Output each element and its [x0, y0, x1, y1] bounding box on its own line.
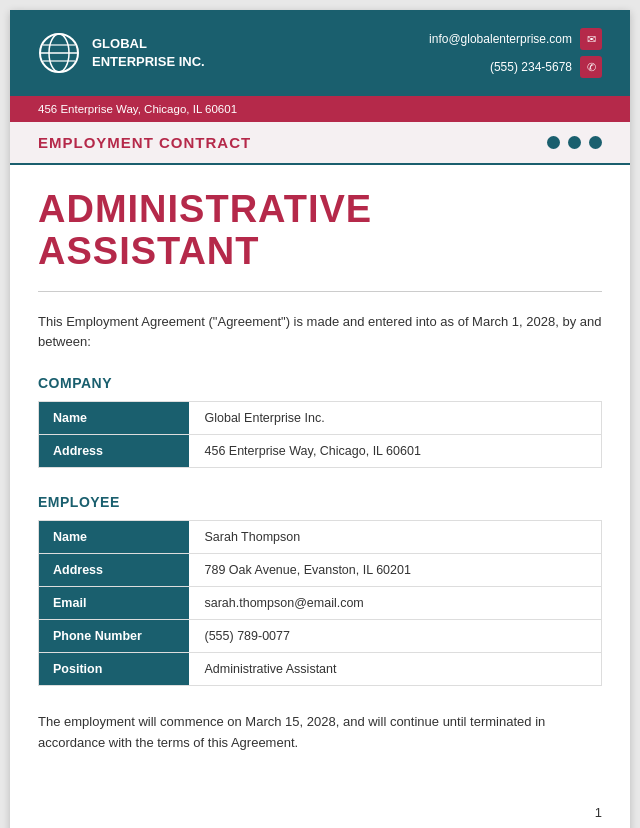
field-value: sarah.thompson@email.com	[189, 587, 602, 620]
globe-icon	[38, 32, 80, 74]
address-bar: 456 Enterprise Way, Chicago, IL 60601	[10, 96, 630, 122]
dot-2	[568, 136, 581, 149]
agreement-intro: This Employment Agreement ("Agreement") …	[38, 312, 602, 354]
field-label: Phone Number	[39, 620, 189, 653]
dots-decoration	[547, 136, 602, 149]
doc-header-band: EMPLOYMENT CONTRACT	[10, 122, 630, 165]
table-row: Phone Number (555) 789-0077	[39, 620, 602, 653]
footer-paragraph: The employment will commence on March 15…	[38, 712, 602, 754]
phone-text: (555) 234-5678	[490, 60, 572, 74]
email-row: info@globalenterprise.com ✉	[429, 28, 602, 50]
contact-area: info@globalenterprise.com ✉ (555) 234-56…	[429, 28, 602, 78]
field-value: Administrative Assistant	[189, 653, 602, 686]
table-row: Address 789 Oak Avenue, Evanston, IL 602…	[39, 554, 602, 587]
company-address: 456 Enterprise Way, Chicago, IL 60601	[38, 103, 237, 115]
phone-icon: ✆	[580, 56, 602, 78]
field-label: Name	[39, 521, 189, 554]
dot-3	[589, 136, 602, 149]
employee-table: Name Sarah ThompsonAddress 789 Oak Avenu…	[38, 520, 602, 686]
field-value: 789 Oak Avenue, Evanston, IL 60201	[189, 554, 602, 587]
company-table: Name Global Enterprise Inc.Address 456 E…	[38, 401, 602, 468]
email-text: info@globalenterprise.com	[429, 32, 572, 46]
table-row: Address 456 Enterprise Way, Chicago, IL …	[39, 435, 602, 468]
email-icon: ✉	[580, 28, 602, 50]
doc-type-label: EMPLOYMENT CONTRACT	[38, 134, 251, 151]
dot-1	[547, 136, 560, 149]
field-value: 456 Enterprise Way, Chicago, IL 60601	[189, 435, 602, 468]
table-row: Name Sarah Thompson	[39, 521, 602, 554]
field-label: Address	[39, 435, 189, 468]
company-section-label: COMPANY	[38, 375, 602, 391]
field-label: Email	[39, 587, 189, 620]
field-value: Sarah Thompson	[189, 521, 602, 554]
employee-section-label: EMPLOYEE	[38, 494, 602, 510]
document-page: GLOBAL ENTERPRISE INC. info@globalenterp…	[10, 10, 630, 828]
field-label: Position	[39, 653, 189, 686]
logo-area: GLOBAL ENTERPRISE INC.	[38, 32, 205, 74]
phone-row: (555) 234-5678 ✆	[490, 56, 602, 78]
table-row: Position Administrative Assistant	[39, 653, 602, 686]
field-label: Name	[39, 402, 189, 435]
main-content: ADMINISTRATIVE ASSISTANT This Employment…	[10, 165, 630, 794]
company-name: GLOBAL ENTERPRISE INC.	[92, 35, 205, 71]
field-label: Address	[39, 554, 189, 587]
header-bar: GLOBAL ENTERPRISE INC. info@globalenterp…	[10, 10, 630, 96]
title-divider	[38, 291, 602, 292]
table-row: Name Global Enterprise Inc.	[39, 402, 602, 435]
table-row: Email sarah.thompson@email.com	[39, 587, 602, 620]
field-value: (555) 789-0077	[189, 620, 602, 653]
field-value: Global Enterprise Inc.	[189, 402, 602, 435]
page-number: 1	[595, 805, 602, 820]
job-title: ADMINISTRATIVE ASSISTANT	[38, 189, 602, 273]
